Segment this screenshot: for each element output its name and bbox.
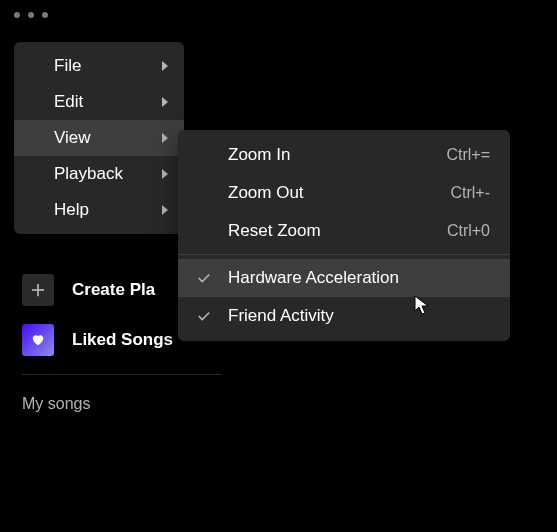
submenu-label: Zoom In (228, 145, 290, 165)
chevron-right-icon (162, 97, 168, 107)
submenu-friend-activity[interactable]: Friend Activity (178, 297, 510, 335)
plus-icon (22, 274, 54, 306)
menu-label: File (54, 56, 81, 76)
submenu-hardware-acceleration[interactable]: Hardware Acceleration (178, 259, 510, 297)
menu-label: Edit (54, 92, 83, 112)
menu-playback[interactable]: Playback (14, 156, 184, 192)
check-icon (196, 308, 212, 324)
submenu-label: Zoom Out (228, 183, 304, 203)
menu-label: View (54, 128, 91, 148)
window-dot[interactable] (28, 12, 34, 18)
submenu-zoom-in[interactable]: Zoom In Ctrl+= (178, 136, 510, 174)
heart-icon (22, 324, 54, 356)
window-controls (14, 12, 48, 18)
menu-edit[interactable]: Edit (14, 84, 184, 120)
playlist-label: My songs (22, 395, 90, 412)
submenu-shortcut: Ctrl+0 (447, 222, 490, 240)
submenu-label: Hardware Acceleration (228, 268, 399, 288)
submenu-zoom-out[interactable]: Zoom Out Ctrl+- (178, 174, 510, 212)
chevron-right-icon (162, 205, 168, 215)
menu-label: Playback (54, 164, 123, 184)
submenu-label: Reset Zoom (228, 221, 321, 241)
playlist-item[interactable]: My songs (22, 395, 242, 413)
sidebar-divider (22, 374, 222, 375)
menu-file[interactable]: File (14, 48, 184, 84)
sidebar-label: Liked Songs (72, 330, 173, 350)
submenu-shortcut: Ctrl+= (446, 146, 490, 164)
window-dot[interactable] (14, 12, 20, 18)
menu-view[interactable]: View (14, 120, 184, 156)
window-dot[interactable] (42, 12, 48, 18)
chevron-right-icon (162, 169, 168, 179)
chevron-right-icon (162, 61, 168, 71)
submenu-reset-zoom[interactable]: Reset Zoom Ctrl+0 (178, 212, 510, 250)
submenu-divider (178, 254, 510, 255)
menu-help[interactable]: Help (14, 192, 184, 228)
menu-label: Help (54, 200, 89, 220)
check-icon (196, 270, 212, 286)
chevron-right-icon (162, 133, 168, 143)
app-menu-bar: File Edit View Playback Help (14, 42, 184, 234)
sidebar-label: Create Pla (72, 280, 155, 300)
submenu-shortcut: Ctrl+- (450, 184, 490, 202)
submenu-label: Friend Activity (228, 306, 334, 326)
view-submenu: Zoom In Ctrl+= Zoom Out Ctrl+- Reset Zoo… (178, 130, 510, 341)
